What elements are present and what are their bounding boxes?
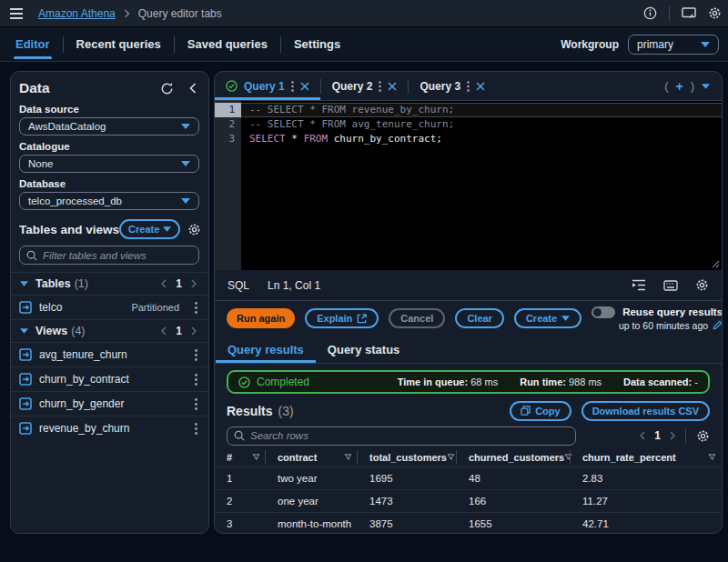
- explain-button[interactable]: Explain: [305, 308, 379, 328]
- editor-language: SQL: [228, 279, 249, 292]
- editor-line-numbers: 1 2 3: [215, 101, 241, 270]
- editor-settings-gear-icon[interactable]: [695, 278, 709, 292]
- query-tab-1[interactable]: Query 1: [215, 72, 320, 100]
- topbar-divider: [669, 6, 670, 21]
- editor-status-bar: SQL Ln 1, Col 1: [215, 270, 722, 301]
- filter-icon[interactable]: [708, 454, 716, 460]
- views-section-header[interactable]: Views (4) 1: [11, 319, 208, 342]
- chevron-down-icon: [181, 124, 190, 129]
- cursor-position: Ln 1, Col 1: [268, 279, 320, 292]
- results-table: # contract total_customers churned_custo…: [215, 447, 722, 534]
- info-icon[interactable]: [643, 6, 657, 20]
- breadcrumb-athena-link[interactable]: Amazon Athena: [38, 7, 116, 20]
- settings-gear-icon[interactable]: [708, 6, 722, 20]
- table-row[interactable]: 2 one year 1473 166 11.27: [215, 489, 722, 512]
- item-actions-kebab-icon[interactable]: [195, 398, 197, 410]
- page-prev-icon[interactable]: [161, 326, 167, 336]
- search-icon: [26, 250, 37, 261]
- add-query-tab-icon[interactable]: +: [675, 79, 682, 94]
- query-tab-kebab-icon[interactable]: [467, 81, 470, 92]
- tables-section-header[interactable]: Tables (1) 1: [11, 272, 208, 295]
- view-item[interactable]: avg_tenure_churn: [11, 342, 208, 366]
- results-header: Results (3) Copy Download results CSV: [215, 397, 722, 424]
- close-tab-icon[interactable]: [476, 82, 485, 91]
- run-again-button[interactable]: Run again: [227, 308, 295, 328]
- results-table-header: # contract total_customers churned_custo…: [215, 447, 722, 467]
- filter-icon[interactable]: [344, 454, 352, 460]
- chevron-down-icon: [181, 161, 190, 166]
- clear-button[interactable]: Clear: [455, 308, 504, 328]
- close-tab-icon[interactable]: [388, 82, 397, 91]
- search-rows-input[interactable]: [250, 430, 569, 441]
- tab-recent-queries[interactable]: Recent queries: [64, 27, 174, 61]
- tables-and-views-title: Tables and views: [19, 223, 119, 236]
- table-row[interactable]: 3 month-to-month 3875 1655 42.71: [215, 512, 722, 534]
- athena-nav-tabs: Editor Recent queries Saved queries Sett…: [0, 27, 728, 62]
- query-tab-2[interactable]: Query 2: [321, 72, 409, 100]
- table-item-telco[interactable]: telco Partitioned: [11, 295, 208, 319]
- query-status-banner: Completed Time in queue: 68 ms Run time:…: [227, 370, 710, 394]
- data-panel: Data Data source AwsDataCatalog Catalogu…: [10, 71, 209, 534]
- item-actions-kebab-icon[interactable]: [195, 302, 197, 314]
- keyboard-shortcuts-icon[interactable]: [663, 280, 678, 291]
- create-dropdown-button[interactable]: Create: [514, 308, 581, 328]
- results-page-next-icon[interactable]: [670, 431, 675, 440]
- page-prev-icon[interactable]: [161, 279, 167, 288]
- success-check-icon: [238, 376, 250, 388]
- catalogue-select[interactable]: None: [19, 155, 199, 173]
- scroll-tabs-left-icon[interactable]: (: [664, 79, 668, 93]
- reuse-results-toggle[interactable]: [592, 306, 615, 318]
- tab-editor[interactable]: Editor: [3, 27, 63, 61]
- sql-code-editor[interactable]: 1 2 3 -- SELECT * FROM revenue_by_churn;…: [215, 101, 722, 270]
- filter-icon[interactable]: [252, 454, 260, 460]
- collapse-panel-icon[interactable]: [189, 83, 197, 94]
- query-success-icon: [226, 80, 238, 92]
- tab-query-status[interactable]: Query status: [316, 336, 411, 363]
- editor-code-area[interactable]: -- SELECT * FROM revenue_by_churn; -- SE…: [241, 101, 722, 270]
- scroll-tabs-right-icon[interactable]: ): [691, 79, 694, 93]
- search-icon: [234, 430, 245, 441]
- filter-tables-input[interactable]: [43, 250, 192, 261]
- hamburger-menu-icon[interactable]: [9, 7, 24, 20]
- format-query-icon[interactable]: [632, 279, 646, 291]
- tables-settings-gear-icon[interactable]: [187, 223, 201, 236]
- results-page-prev-icon[interactable]: [640, 431, 645, 440]
- results-search-row: 1: [215, 424, 722, 447]
- page-next-icon[interactable]: [191, 326, 197, 336]
- tab-query-results[interactable]: Query results: [216, 336, 316, 363]
- table-row[interactable]: 1 two year 1695 48 2.83: [215, 467, 722, 489]
- query-editor-panel: Query 1 Query 2 Query 3 ( + ): [214, 71, 723, 534]
- results-settings-gear-icon[interactable]: [696, 429, 710, 443]
- console-top-bar: Amazon Athena Query editor tabs: [0, 0, 728, 27]
- breadcrumb-current-page: Query editor tabs: [138, 7, 222, 20]
- view-item[interactable]: revenue_by_churn: [11, 416, 208, 440]
- data-source-select[interactable]: AwsDataCatalog: [19, 117, 199, 135]
- close-tab-icon[interactable]: [300, 82, 309, 91]
- view-icon: [19, 373, 32, 386]
- query-tab-3[interactable]: Query 3: [409, 72, 496, 100]
- view-icon: [19, 348, 32, 361]
- view-item[interactable]: churn_by_gender: [11, 391, 208, 416]
- item-actions-kebab-icon[interactable]: [195, 423, 197, 435]
- editor-resize-grip[interactable]: [712, 260, 720, 268]
- cancel-button[interactable]: Cancel: [389, 308, 445, 328]
- database-select[interactable]: telco_processed_db: [19, 192, 199, 210]
- refresh-icon[interactable]: [160, 82, 174, 95]
- cloudshell-icon[interactable]: [682, 7, 696, 20]
- tab-settings[interactable]: Settings: [281, 27, 353, 61]
- copy-button[interactable]: Copy: [510, 401, 571, 421]
- item-actions-kebab-icon[interactable]: [195, 349, 197, 361]
- filter-icon[interactable]: [447, 454, 455, 460]
- page-next-icon[interactable]: [191, 279, 197, 288]
- tab-list-dropdown-icon[interactable]: [702, 84, 710, 89]
- tab-saved-queries[interactable]: Saved queries: [175, 27, 280, 61]
- item-actions-kebab-icon[interactable]: [195, 374, 197, 386]
- query-tab-kebab-icon[interactable]: [291, 81, 294, 92]
- create-button[interactable]: Create: [119, 219, 180, 239]
- filter-tables-input-wrap: [19, 246, 199, 265]
- download-csv-button[interactable]: Download results CSV: [581, 401, 710, 421]
- query-tab-kebab-icon[interactable]: [379, 81, 381, 92]
- workgroup-select[interactable]: primary: [628, 35, 719, 55]
- view-item[interactable]: churn_by_contract: [11, 366, 208, 391]
- edit-reuse-icon[interactable]: [713, 320, 723, 330]
